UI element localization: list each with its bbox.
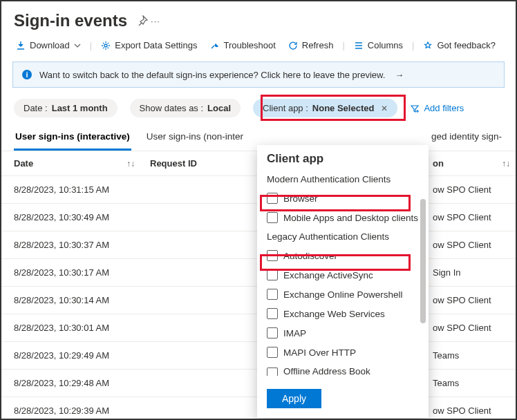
cell-right: ow SPO Client — [433, 287, 516, 314]
cell-right: ow SPO Client — [433, 397, 516, 420]
column-right[interactable]: on ↑↓ — [433, 158, 516, 169]
cell-right: ow SPO Client — [433, 231, 516, 258]
filter-clientapp-label: Client app : — [263, 103, 308, 113]
cell-date: 8/28/2023, 10:30:49 AM — [1, 204, 143, 231]
export-button[interactable]: Export Data Settings — [99, 36, 199, 55]
columns-icon — [354, 41, 364, 50]
columns-button[interactable]: Columns — [352, 36, 405, 55]
checkbox-icon — [267, 212, 278, 223]
dropdown-item[interactable]: Exchange ActiveSync — [257, 265, 429, 285]
more-icon[interactable]: ··· — [151, 16, 160, 26]
checkbox-icon — [267, 250, 278, 261]
divider: | — [342, 40, 344, 50]
download-label: Download — [30, 40, 70, 50]
cell-date: 8/28/2023, 10:30:14 AM — [1, 287, 143, 314]
dropdown-item-label: Exchange ActiveSync — [283, 270, 373, 280]
clientapp-dropdown: Client app Modern Authentication Clients… — [257, 145, 429, 418]
cell-right: ow SPO Client — [433, 314, 516, 341]
svg-point-0 — [104, 44, 107, 47]
dropdown-item[interactable]: Autodiscover — [257, 246, 429, 265]
dropdown-item-label: MAPI Over HTTP — [283, 347, 356, 358]
dropdown-item-label: Exchange Web Services — [283, 309, 385, 319]
dropdown-item[interactable]: Exchange Online Powershell — [257, 285, 429, 304]
checkbox-icon — [267, 269, 278, 280]
dropdown-item-label: Autodiscover — [283, 251, 337, 261]
dropdown-section-legacy: Legacy Authentication Clients — [257, 227, 429, 246]
tab-interactive[interactable]: User sign-ins (interactive) — [14, 127, 131, 151]
column-right-label: on — [433, 158, 444, 169]
tab-noninteractive[interactable]: User sign-ins (non-inter — [145, 127, 245, 151]
command-bar: Download | Export Data Settings Troubles… — [1, 36, 516, 61]
dropdown-item-label: Offline Address Book — [283, 366, 370, 376]
checkbox-icon — [267, 193, 278, 204]
columns-label: Columns — [368, 40, 403, 50]
download-button[interactable]: Download — [14, 36, 83, 55]
divider: | — [90, 40, 92, 50]
info-icon: i — [21, 69, 32, 80]
dropdown-title: Client app — [257, 145, 429, 170]
sort-icon: ↑↓ — [126, 159, 135, 169]
cell-right: ow SPO Client — [433, 204, 516, 231]
svg-text:i: i — [26, 70, 28, 79]
pin-icon[interactable] — [137, 15, 148, 26]
cell-date: 8/28/2023, 10:29:49 AM — [1, 342, 143, 369]
checkbox-icon — [267, 308, 278, 319]
gear-icon — [101, 41, 111, 50]
checkbox-icon — [267, 327, 278, 338]
close-icon[interactable]: ✕ — [381, 104, 388, 113]
cell-date: 8/28/2023, 10:30:01 AM — [1, 314, 143, 341]
dropdown-item-label: Mobile Apps and Desktop clients — [283, 213, 418, 223]
dropdown-section-modern: Modern Authentication Clients — [257, 170, 429, 189]
filter-showdates-value: Local — [207, 103, 231, 113]
dropdown-item-label: Exchange Online Powershell — [283, 289, 403, 300]
cell-date: 8/28/2023, 10:30:37 AM — [1, 231, 143, 258]
arrow-right-icon: → — [395, 70, 404, 80]
tab-managed-identity[interactable]: ged identity sign- — [430, 127, 503, 151]
dropdown-item[interactable]: Offline Address Book — [257, 362, 429, 381]
filter-date[interactable]: Date : Last 1 month — [14, 99, 118, 117]
add-filter-icon — [410, 104, 420, 113]
column-date[interactable]: Date ↑↓ — [1, 158, 143, 169]
feedback-button[interactable]: Got feedback? — [421, 36, 498, 55]
divider: | — [412, 40, 414, 50]
scrollbar[interactable] — [420, 199, 426, 323]
chevron-down-icon — [74, 42, 81, 49]
dropdown-item[interactable]: Exchange Web Services — [257, 304, 429, 323]
cell-date: 8/28/2023, 10:31:15 AM — [1, 176, 143, 203]
refresh-icon — [288, 41, 298, 50]
dropdown-item[interactable]: MAPI Over HTTP — [257, 343, 429, 362]
checkbox-icon — [267, 347, 278, 358]
refresh-button[interactable]: Refresh — [286, 36, 336, 55]
cell-right: Teams — [433, 342, 516, 369]
add-filters-label: Add filters — [424, 103, 464, 113]
apply-button[interactable]: Apply — [267, 389, 321, 408]
cell-date: 8/28/2023, 10:29:48 AM — [1, 370, 143, 397]
page-title: Sign-in events — [14, 11, 127, 30]
add-filters-button[interactable]: Add filters — [410, 103, 464, 113]
dropdown-item[interactable]: Mobile Apps and Desktop clients — [257, 208, 429, 227]
banner-text: Want to switch back to the default sign-… — [39, 70, 385, 80]
checkbox-icon — [267, 289, 278, 300]
sort-icon: ↑↓ — [502, 159, 510, 169]
filter-date-value: Last 1 month — [52, 103, 108, 113]
cell-right: Sign In — [433, 259, 516, 286]
dropdown-item[interactable]: Browser — [257, 189, 429, 208]
cell-right: Teams — [433, 370, 516, 397]
checkbox-icon — [267, 368, 278, 376]
cell-right: ow SPO Client — [433, 176, 516, 203]
troubleshoot-button[interactable]: Troubleshoot — [207, 36, 277, 55]
dropdown-item[interactable]: IMAP — [257, 323, 429, 343]
dropdown-item-label: Browser — [283, 193, 318, 204]
column-request-label: Request ID — [150, 158, 197, 169]
filter-clientapp[interactable]: Client app : None Selected ✕ — [253, 99, 397, 117]
filter-bar: Date : Last 1 month Show dates as : Loca… — [1, 99, 516, 127]
filter-showdates[interactable]: Show dates as : Local — [130, 99, 241, 117]
filter-showdates-label: Show dates as : — [140, 103, 204, 113]
cell-date: 8/28/2023, 10:30:17 AM — [1, 259, 143, 286]
column-date-label: Date — [14, 158, 33, 169]
page-header: Sign-in events ··· — [1, 1, 516, 36]
feedback-label: Got feedback? — [437, 40, 496, 50]
dropdown-item-label: IMAP — [283, 328, 306, 338]
filter-clientapp-value: None Selected — [312, 103, 375, 113]
preview-banner[interactable]: i Want to switch back to the default sig… — [12, 61, 505, 88]
